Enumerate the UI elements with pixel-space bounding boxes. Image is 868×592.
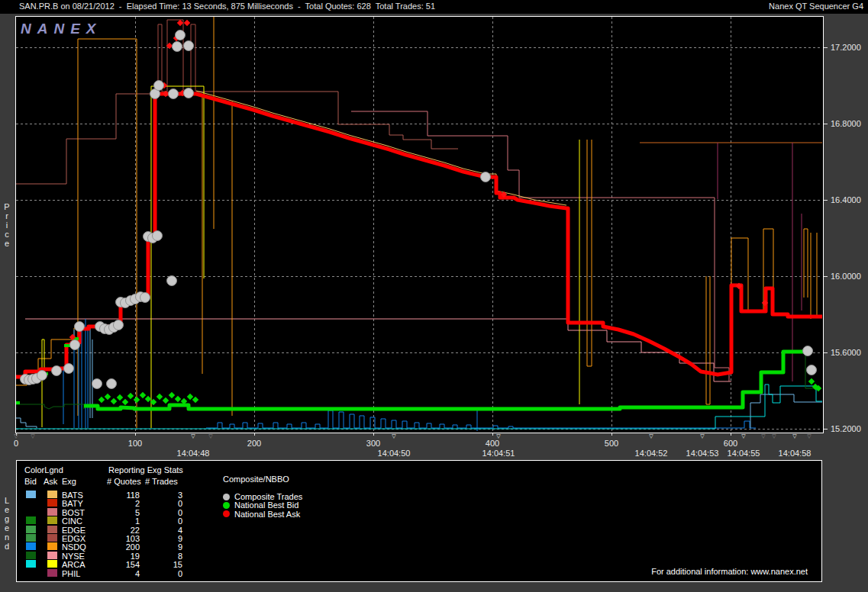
- composite-trade-circle: [70, 340, 80, 350]
- vertical-letter: g: [1, 514, 13, 523]
- vertical-letter: P: [1, 202, 13, 211]
- nsdq-ask-pulse-925: [706, 276, 710, 404]
- exchange-trade-count: 9: [148, 542, 182, 552]
- arca-ask-left-spike: [42, 339, 44, 427]
- exchange-name: BOST: [62, 508, 85, 517]
- exchange-quote-count: 1: [89, 516, 140, 526]
- legend-panel: ColorLgnd Bid Ask Exg Reporting Exg Stat…: [16, 460, 822, 582]
- x-axis-time-label: 14:04:52: [635, 449, 668, 458]
- exchange-name: ARCA: [62, 560, 86, 569]
- composite-trade-circle: [184, 41, 194, 51]
- composite-trade-circle: [167, 276, 177, 286]
- nbbo-legend-item-label: National Best Bid: [234, 500, 298, 510]
- exchange-name: EDGX: [62, 534, 86, 543]
- chart-plot[interactable]: [15, 16, 824, 433]
- edge-ask-envelope: [196, 92, 458, 149]
- vertical-letter: L: [1, 496, 13, 505]
- exchange-quote-count: 200: [89, 542, 140, 552]
- y-axis-tick: [824, 200, 828, 201]
- exchange-name: NYSE: [62, 552, 85, 561]
- nsdq-ask-pulse-1053: [804, 229, 808, 298]
- exchange-trade-count: 8: [148, 552, 182, 561]
- y-axis-tick-label: 17.2000: [831, 43, 861, 52]
- arca-ask-main: [151, 86, 204, 428]
- vertical-letter: e: [1, 505, 13, 514]
- x-axis-tick-label: 100: [128, 439, 142, 448]
- title-right-text: Nanex QT Sequencer G4: [769, 2, 863, 14]
- composite-trade-circle: [75, 322, 85, 332]
- second-marker-triangle: ▽: [392, 433, 395, 439]
- bid-trade-diamond: [169, 392, 175, 398]
- nsdq-ask-drop-769: [587, 140, 592, 366]
- bid-trade-diamond: [122, 399, 128, 405]
- vertical-letter: e: [1, 523, 13, 532]
- x-axis-time-label: 14:04:51: [482, 449, 515, 458]
- bid-trade-diamond: [163, 397, 169, 404]
- exchange-trade-count: 15: [148, 560, 182, 569]
- composite-trade-circle: [154, 81, 164, 91]
- exchange-trade-count: 0: [148, 508, 182, 517]
- x-axis-time-label: 14:04:58: [779, 449, 812, 458]
- second-marker-triangle: ▽: [741, 433, 745, 439]
- ask-color-swatch-bats: [47, 491, 57, 498]
- exchange-quote-count: 103: [89, 534, 140, 543]
- bid-color-swatch-arca: [26, 560, 36, 568]
- nbbo-legend-item: Composite Trades: [223, 492, 302, 501]
- composite-trade-circle: [140, 293, 150, 303]
- bid-color-swatch-edge: [26, 526, 36, 533]
- bid-column-header: Bid: [24, 477, 37, 486]
- exchange-trade-count: 3: [148, 491, 182, 500]
- exchange-quote-count: 19: [89, 552, 140, 561]
- composite-trade-circle: [184, 88, 194, 98]
- composite-trade-circle: [169, 89, 179, 99]
- exchange-trade-count: 9: [148, 534, 182, 543]
- x-axis-time-label: 14:04:50: [378, 449, 411, 458]
- legend-section-label: Legend: [1, 496, 13, 551]
- x-axis-tick-label: 0: [14, 439, 18, 448]
- bid-color-swatch-nsdq: [26, 542, 36, 550]
- bid-color-swatch-cinc: [26, 516, 36, 524]
- sub-second-marker-triangle: ▽: [761, 433, 765, 439]
- x-axis-time-label: 14:04:55: [728, 449, 760, 458]
- exchange-quote-count: 2: [89, 499, 140, 508]
- bats-bid-left-steps: [16, 418, 37, 428]
- ask-color-swatch-edgx: [47, 534, 57, 542]
- bid-trade-diamond: [105, 394, 111, 400]
- nbbo-legend-dot-icon: [223, 510, 230, 517]
- bid-trade-diamond: [134, 397, 140, 403]
- composite-trade-circle: [52, 366, 62, 376]
- footer-info-text: For additional information: www.nanex.ne…: [651, 567, 808, 576]
- vertical-letter: c: [1, 230, 13, 239]
- title-left-text: SAN.PR.B on 08/21/2012 - Elapsed Time: 1…: [19, 2, 435, 14]
- nanex-logo: NANEX: [21, 21, 102, 37]
- x-axis-tick-label: 500: [605, 439, 618, 448]
- composite-trade-circle: [37, 371, 47, 381]
- second-marker-triangle: ▽: [700, 433, 704, 439]
- ask-color-swatch-phil: [47, 569, 57, 577]
- second-marker-triangle: ▽: [792, 433, 796, 439]
- composite-trade-circle: [92, 379, 102, 389]
- ask-color-swatch-nyse: [47, 552, 57, 559]
- sub-second-marker-triangle: ▽: [807, 433, 811, 439]
- nbbo-legend-item-label: Composite Trades: [234, 492, 302, 501]
- title-bar: SAN.PR.B on 08/21/2012 - Elapsed Time: 1…: [0, 0, 868, 14]
- second-marker-triangle: ▽: [191, 433, 195, 439]
- x-axis-tick-label: 600: [724, 439, 737, 448]
- nsdq-bid-wave: [206, 410, 756, 428]
- y-axis-tick: [824, 47, 828, 48]
- sub-second-marker-triangle: ▽: [14, 433, 18, 439]
- y-axis-tick-label: 16.8000: [831, 119, 861, 128]
- ask-color-swatch-cinc: [47, 516, 57, 524]
- color-legend-header: ColorLgnd: [24, 465, 63, 475]
- exchange-name: EDGE: [62, 526, 86, 535]
- y-axis-tick-label: 15.6000: [831, 348, 861, 357]
- exchange-name: BATS: [62, 491, 83, 500]
- composite-trade-circle: [481, 172, 491, 182]
- exchange-trade-count: 0: [148, 499, 182, 508]
- bid-trade-diamond: [140, 392, 146, 398]
- nbbo-legend-title: Composite/NBBO: [223, 475, 289, 484]
- x-axis-tick-label: 400: [486, 439, 499, 448]
- exchange-quote-count: 22: [89, 526, 140, 535]
- composite-trade-circle: [803, 346, 813, 356]
- exchange-name: BATY: [62, 499, 83, 508]
